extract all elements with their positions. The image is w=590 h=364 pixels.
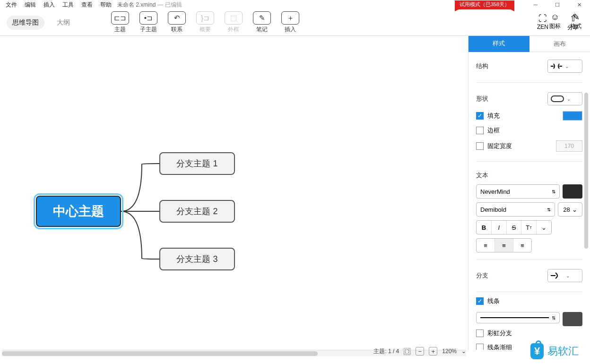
tool-insert[interactable]: ＋ 插入 <box>279 11 302 34</box>
line-style-select[interactable]: ⇅ <box>476 312 560 323</box>
menu-file[interactable]: 文件 <box>2 0 21 9</box>
menu-tools[interactable]: 工具 <box>59 0 78 9</box>
zoom-out-button[interactable]: − <box>416 347 424 355</box>
text-case-button[interactable]: TT <box>521 221 537 234</box>
structure-select[interactable]: ⌄ <box>547 60 582 73</box>
tool-topic-label: 主题 <box>114 26 126 34</box>
font-weight-select[interactable]: Demibold ⇅ <box>476 202 555 217</box>
fixed-width-input[interactable] <box>556 140 582 152</box>
menu-insert[interactable]: 插入 <box>40 0 59 9</box>
tool-relation-label: 联系 <box>171 26 182 34</box>
tool-subtopic-label: 子主题 <box>140 26 157 34</box>
rounded-rect-icon <box>551 95 564 102</box>
fixed-width-checkbox[interactable] <box>476 142 484 150</box>
status-bar: 主题: 1 / 4 ⿴ − + 120% ⌄ <box>373 347 466 355</box>
align-center-button[interactable]: ≡ <box>495 239 513 252</box>
branch-section-label: 分支 <box>476 271 488 280</box>
brush-icon: ✎ <box>570 12 581 22</box>
tool-icons-panel[interactable]: ☺ 图标 <box>549 12 561 30</box>
tool-subtopic[interactable]: •⊐ 子主题 <box>137 11 160 34</box>
tool-summary-label: 概要 <box>200 26 211 34</box>
border-checkbox[interactable] <box>476 127 484 134</box>
line-preview-icon <box>480 317 549 318</box>
node-branch-1[interactable]: 分支主题 1 <box>159 152 235 175</box>
panel-tab-canvas[interactable]: 画布 <box>529 36 590 52</box>
branch-style-select[interactable]: ⌄ <box>547 269 582 282</box>
font-family-select[interactable]: NeverMind ⇅ <box>476 184 560 199</box>
line-checkbox[interactable]: ✓ <box>476 297 484 305</box>
rainbow-checkbox[interactable] <box>476 329 484 337</box>
zoom-level[interactable]: 120% <box>442 348 457 355</box>
fill-checkbox[interactable]: ✓ <box>476 112 484 120</box>
text-case-caret[interactable]: ⌄ <box>537 221 551 234</box>
close-button[interactable]: ✕ <box>568 0 590 9</box>
watermark-text: 易软汇 <box>547 344 579 358</box>
horizontal-scrollbar-thumb[interactable] <box>2 351 318 356</box>
chevron-down-icon: ⌄ <box>572 206 577 213</box>
font-size-select[interactable]: 28 ⌄ <box>558 202 582 217</box>
tool-zen[interactable]: ⛶ ZEN <box>537 13 548 32</box>
rainbow-label: 彩虹分支 <box>487 329 512 338</box>
tab-outline[interactable]: 大纲 <box>51 16 76 30</box>
tool-relation[interactable]: ↶ 联系 <box>165 11 188 34</box>
fill-color-swatch[interactable] <box>563 111 582 121</box>
font-family-value: NeverMind <box>480 188 510 195</box>
format-panel: 样式 画布 结构 ⌄ 形状 ⌄ ✓ 填充 边框 <box>468 36 590 350</box>
zen-icon: ⛶ <box>537 13 548 24</box>
tab-mindmap[interactable]: 思维导图 <box>7 16 44 30</box>
menu-help[interactable]: 帮助 <box>96 0 115 9</box>
text-align-buttons: ≡ ≡ ≡ <box>476 238 532 252</box>
tool-topic[interactable]: ⊏⊐ 主题 <box>109 11 131 34</box>
line-color-swatch[interactable] <box>563 312 582 326</box>
map-icon[interactable]: ⿴ <box>404 347 411 355</box>
window-controls: ─ ☐ ✕ <box>525 0 590 9</box>
font-weight-value: Demibold <box>480 206 506 213</box>
tapered-label: 线条渐细 <box>487 343 512 350</box>
bold-button[interactable]: B <box>477 221 492 234</box>
smiley-icon: ☺ <box>549 12 561 22</box>
document-status: — 已编辑 <box>157 1 182 9</box>
shape-select[interactable]: ⌄ <box>547 92 582 105</box>
align-left-button[interactable]: ≡ <box>477 239 495 252</box>
maximize-button[interactable]: ☐ <box>547 0 568 9</box>
font-size-value: 28 <box>563 206 570 213</box>
insert-icon: ＋ <box>281 11 299 25</box>
menu-view[interactable]: 查看 <box>78 0 96 9</box>
tool-summary[interactable]: }⊐ 概要 <box>194 11 217 34</box>
chevron-down-icon: ⌄ <box>567 96 571 102</box>
tapered-checkbox[interactable] <box>476 344 484 350</box>
chevron-down-icon: ⌄ <box>565 64 569 69</box>
panel-scrollbar-thumb[interactable] <box>584 93 588 249</box>
node-branch-3[interactable]: 分支主题 3 <box>159 248 235 270</box>
tool-icons-label: 图标 <box>549 22 561 30</box>
align-right-button[interactable]: ≡ <box>513 239 531 252</box>
structure-icon <box>551 62 562 70</box>
zoom-caret[interactable]: ⌄ <box>461 348 466 355</box>
summary-icon: }⊐ <box>196 11 214 25</box>
node-central[interactable]: 中心主题 <box>36 196 121 227</box>
note-icon: ✎ <box>253 11 271 25</box>
panel-scrollbar[interactable] <box>584 93 589 331</box>
tool-insert-label: 插入 <box>285 26 296 34</box>
watermark-icon: ¥ <box>530 343 544 359</box>
trial-mode-badge: 试用模式（已358天） <box>455 0 514 9</box>
tool-format-panel[interactable]: ✎ 格式 <box>570 12 581 30</box>
updown-icon: ⇅ <box>552 315 555 321</box>
zoom-in-button[interactable]: + <box>429 347 437 355</box>
text-color-swatch[interactable] <box>563 184 582 199</box>
canvas[interactable]: 中心主题 分支主题 1 分支主题 2 分支主题 3 <box>0 36 468 350</box>
strike-button[interactable]: S <box>507 221 522 234</box>
menu-edit[interactable]: 编辑 <box>21 0 40 9</box>
italic-button[interactable]: I <box>492 221 507 234</box>
updown-icon: ⇅ <box>547 207 551 212</box>
tool-boundary[interactable]: ⬚ 外框 <box>222 11 245 34</box>
minimize-button[interactable]: ─ <box>525 0 547 9</box>
shape-label: 形状 <box>476 95 488 103</box>
updown-icon: ⇅ <box>552 189 555 194</box>
chevron-down-icon: ⌄ <box>566 273 570 278</box>
fixed-width-label: 固定宽度 <box>487 142 512 150</box>
panel-tab-style[interactable]: 样式 <box>469 36 529 52</box>
toolbar: 思维导图 大纲 ⊏⊐ 主题 •⊐ 子主题 ↶ 联系 }⊐ 概要 ⬚ 外框 ✎ 笔… <box>0 9 590 36</box>
tool-note[interactable]: ✎ 笔记 <box>251 11 273 34</box>
node-branch-2[interactable]: 分支主题 2 <box>159 200 235 223</box>
